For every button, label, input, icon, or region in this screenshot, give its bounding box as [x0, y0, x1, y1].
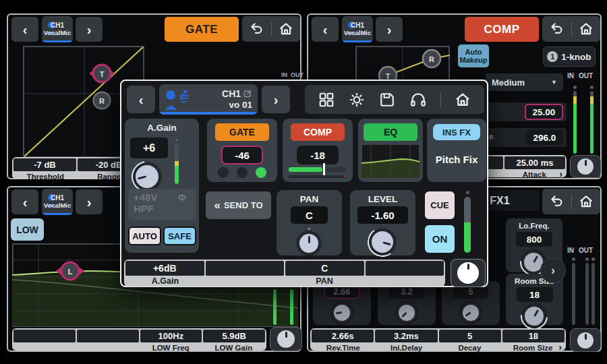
eq-thumbnail-graph[interactable]	[362, 144, 420, 178]
again-knob[interactable]	[134, 163, 161, 190]
channel-select-button[interactable]: CH1 VocalMic	[42, 16, 73, 42]
touch-and-turn-button[interactable]	[270, 327, 302, 351]
pan-knob[interactable]	[297, 232, 320, 255]
roomsize-knob[interactable]	[523, 305, 546, 328]
gate-toggle-button[interactable]: GATE	[215, 123, 269, 141]
auto-makeup-button[interactable]: AutoMakeup	[458, 44, 489, 67]
headphones-icon[interactable]	[409, 91, 427, 109]
param-low-freq[interactable]: 100Hz	[140, 330, 202, 342]
param-again[interactable]: +6dB	[125, 261, 204, 276]
comp-release-value[interactable]: 296.0	[526, 130, 563, 145]
prev-channel-button[interactable]: ‹	[11, 17, 38, 42]
comp-sub-track	[289, 175, 347, 178]
undo-icon[interactable]	[249, 22, 264, 36]
home-icon[interactable]	[279, 22, 293, 36]
comp-out-meter	[590, 91, 594, 154]
next-channel-button[interactable]: ›	[76, 189, 103, 214]
comp-toggle-button[interactable]: COMP	[291, 123, 345, 141]
comp-title-button[interactable]: COMP	[465, 17, 539, 42]
fx-decay-card: 5	[442, 281, 500, 325]
lofreq-value[interactable]: 800	[516, 232, 552, 247]
comp-threshold-value[interactable]: -18	[297, 146, 339, 164]
phase-icon[interactable]: Φ	[178, 191, 186, 203]
undo-icon[interactable]	[549, 194, 564, 209]
param-inidelay[interactable]: 3.2ms	[375, 330, 437, 342]
eq-toggle-button[interactable]: EQ	[364, 123, 417, 141]
touch-and-turn-button[interactable]	[451, 259, 486, 287]
level-value[interactable]: -1.60	[357, 206, 408, 224]
param-slot[interactable]	[366, 261, 444, 276]
decay-knob[interactable]	[461, 303, 481, 323]
channel-select-button[interactable]: CH1 VocalMic	[342, 16, 373, 42]
touch-and-turn-button[interactable]	[570, 328, 601, 352]
prev-channel-button[interactable]: ‹	[127, 86, 155, 113]
divider	[571, 22, 572, 36]
inidelay-knob[interactable]	[397, 303, 417, 323]
channel-name: VocalMic	[344, 30, 371, 37]
chevron-left-icon: ‹	[23, 23, 28, 36]
decay-value[interactable]: 5	[453, 285, 488, 299]
gate-range-handle[interactable]: R	[94, 92, 111, 109]
gate-led-off	[218, 167, 229, 178]
gain-safe-button[interactable]: SAFE	[163, 226, 196, 245]
channel-select-button[interactable]: CH1 VocalMic	[42, 189, 73, 215]
gate-title-button[interactable]: GATE	[165, 17, 239, 42]
param-attack[interactable]: 25.00 ms	[504, 156, 565, 169]
one-knob-button[interactable]: 1 1-knob	[543, 47, 596, 67]
again-value[interactable]: +6	[130, 138, 168, 158]
param-slot[interactable]	[77, 330, 139, 342]
menu-grid-icon[interactable]	[318, 92, 335, 108]
param-slot[interactable]	[13, 330, 76, 342]
channel-active-underline	[42, 213, 73, 215]
param-roomsize[interactable]: 18	[502, 330, 565, 342]
on-button[interactable]: ON	[425, 225, 455, 253]
param-slot[interactable]	[206, 261, 285, 276]
again-meter	[175, 144, 179, 184]
next-channel-button[interactable]: ›	[76, 17, 103, 42]
comp-attack-value[interactable]: 25.00	[525, 104, 563, 120]
revtime-knob[interactable]	[332, 303, 352, 323]
meter-peak-dot	[590, 86, 594, 89]
gate-threshold-value[interactable]: -46	[221, 146, 263, 164]
eq-low-band-button[interactable]: LOW	[11, 218, 44, 241]
gain-auto-button[interactable]: AUTO	[128, 226, 161, 245]
param-threshold[interactable]: -7 dB	[13, 158, 76, 171]
pan-value[interactable]: C	[291, 206, 328, 224]
undo-icon[interactable]	[549, 22, 564, 36]
phantom-hpf-panel: +48V Φ HPF	[128, 189, 196, 220]
cue-button[interactable]: CUE	[425, 191, 455, 219]
chevron-down-icon: ▼	[551, 79, 557, 86]
send-to-button[interactable]: « SEND TO	[206, 191, 271, 219]
hpf-label[interactable]: HPF	[134, 203, 190, 214]
home-icon[interactable]	[579, 194, 594, 209]
roomsize-value[interactable]: 18	[517, 287, 553, 302]
chevron-right-icon: ›	[558, 342, 562, 353]
prev-channel-button[interactable]: ‹	[11, 189, 38, 214]
home-icon[interactable]	[455, 92, 471, 108]
phantom-48v-label[interactable]: +48V	[134, 191, 157, 203]
level-knob[interactable]	[370, 229, 395, 255]
param-decay[interactable]: 5	[439, 330, 501, 342]
fx-out-meter	[585, 263, 589, 325]
touch-and-turn-button[interactable]	[570, 155, 601, 178]
param-pan[interactable]: C	[285, 261, 364, 276]
param-low-gain[interactable]: 5.9dB	[203, 330, 265, 342]
chevron-right-icon: ›	[274, 93, 279, 107]
revtime-value[interactable]: 2.66	[324, 285, 359, 299]
fx-inidelay-card: 3.2	[378, 281, 436, 325]
save-icon[interactable]	[379, 92, 395, 108]
next-channel-button[interactable]: ›	[262, 86, 290, 113]
comp-type-select[interactable]: Medium ▼	[486, 73, 563, 91]
channel-name-button[interactable]: CH1 vo 01	[159, 84, 258, 115]
home-icon[interactable]	[579, 22, 594, 36]
inidelay-value[interactable]: 3.2	[389, 285, 424, 299]
comp-ratio-handle[interactable]: R	[423, 50, 440, 67]
next-channel-button[interactable]: ›	[376, 17, 403, 42]
gear-icon[interactable]	[348, 91, 366, 109]
param-revtime[interactable]: 2.66s	[312, 330, 374, 342]
comp-param-row: 25.00	[480, 102, 567, 121]
prev-channel-button[interactable]: ‹	[312, 17, 339, 42]
insfx-toggle-button[interactable]: INS FX	[433, 124, 480, 140]
insfx-effect-name[interactable]: Pitch Fix	[427, 154, 486, 165]
next-page-button[interactable]: ›	[540, 257, 566, 283]
